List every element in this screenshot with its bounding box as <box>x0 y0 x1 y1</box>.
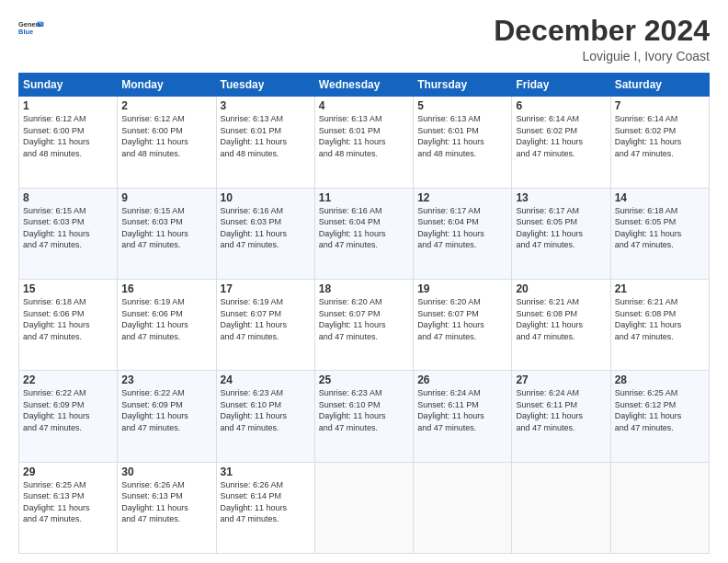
calendar-cell: 9Sunrise: 6:15 AMSunset: 6:03 PMDaylight… <box>118 188 216 279</box>
day-number: 18 <box>319 282 409 295</box>
calendar-cell: 14Sunrise: 6:18 AMSunset: 6:05 PMDayligh… <box>610 188 709 279</box>
day-number: 16 <box>121 282 211 295</box>
calendar-cell: 31Sunrise: 6:26 AMSunset: 6:14 PMDayligh… <box>216 462 314 553</box>
day-info: Sunrise: 6:21 AMSunset: 6:08 PMDaylight:… <box>516 296 606 342</box>
day-number: 12 <box>417 191 507 204</box>
day-info: Sunrise: 6:19 AMSunset: 6:06 PMDaylight:… <box>121 296 211 342</box>
calendar-cell: 15Sunrise: 6:18 AMSunset: 6:06 PMDayligh… <box>19 279 118 370</box>
calendar-cell: 6Sunrise: 6:14 AMSunset: 6:02 PMDaylight… <box>512 97 610 188</box>
calendar-cell: 8Sunrise: 6:15 AMSunset: 6:03 PMDaylight… <box>19 188 118 279</box>
calendar-cell: 28Sunrise: 6:25 AMSunset: 6:12 PMDayligh… <box>610 371 709 462</box>
calendar-week-row: 15Sunrise: 6:18 AMSunset: 6:06 PMDayligh… <box>19 279 710 370</box>
day-info: Sunrise: 6:22 AMSunset: 6:09 PMDaylight:… <box>23 387 113 433</box>
calendar-cell <box>610 462 709 553</box>
day-number: 14 <box>615 191 705 204</box>
logo: GeneralBlue <box>18 15 44 40</box>
day-number: 5 <box>417 99 507 112</box>
calendar-day-header: Tuesday <box>216 74 314 97</box>
day-info: Sunrise: 6:22 AMSunset: 6:09 PMDaylight:… <box>121 387 211 433</box>
day-info: Sunrise: 6:13 AMSunset: 6:01 PMDaylight:… <box>221 113 311 159</box>
logo-icon: GeneralBlue <box>18 15 44 40</box>
calendar-cell: 26Sunrise: 6:24 AMSunset: 6:11 PMDayligh… <box>414 371 512 462</box>
day-info: Sunrise: 6:16 AMSunset: 6:03 PMDaylight:… <box>221 205 311 251</box>
day-number: 2 <box>121 99 211 112</box>
calendar-cell: 24Sunrise: 6:23 AMSunset: 6:10 PMDayligh… <box>216 371 314 462</box>
day-number: 27 <box>516 373 606 386</box>
calendar-week-row: 29Sunrise: 6:25 AMSunset: 6:13 PMDayligh… <box>19 462 710 553</box>
calendar-cell: 18Sunrise: 6:20 AMSunset: 6:07 PMDayligh… <box>314 279 413 370</box>
calendar-cell: 4Sunrise: 6:13 AMSunset: 6:01 PMDaylight… <box>314 97 413 188</box>
day-number: 31 <box>221 465 311 478</box>
day-info: Sunrise: 6:25 AMSunset: 6:13 PMDaylight:… <box>23 479 113 525</box>
day-number: 21 <box>615 282 705 295</box>
day-number: 30 <box>121 465 211 478</box>
day-info: Sunrise: 6:15 AMSunset: 6:03 PMDaylight:… <box>121 205 211 251</box>
header: GeneralBlue December 2024 Loviguie I, Iv… <box>18 15 710 63</box>
calendar-day-header: Sunday <box>19 74 118 97</box>
day-number: 6 <box>516 99 606 112</box>
calendar-cell: 21Sunrise: 6:21 AMSunset: 6:08 PMDayligh… <box>610 279 709 370</box>
calendar-cell: 25Sunrise: 6:23 AMSunset: 6:10 PMDayligh… <box>314 371 413 462</box>
day-info: Sunrise: 6:24 AMSunset: 6:11 PMDaylight:… <box>516 387 606 433</box>
day-info: Sunrise: 6:20 AMSunset: 6:07 PMDaylight:… <box>319 296 409 342</box>
calendar-cell: 12Sunrise: 6:17 AMSunset: 6:04 PMDayligh… <box>414 188 512 279</box>
calendar-cell: 11Sunrise: 6:16 AMSunset: 6:04 PMDayligh… <box>314 188 413 279</box>
calendar-cell: 1Sunrise: 6:12 AMSunset: 6:00 PMDaylight… <box>19 97 118 188</box>
day-number: 11 <box>319 191 409 204</box>
calendar-day-header: Wednesday <box>314 74 413 97</box>
calendar-body: 1Sunrise: 6:12 AMSunset: 6:00 PMDaylight… <box>19 97 710 554</box>
day-number: 19 <box>417 282 507 295</box>
day-number: 22 <box>23 373 113 386</box>
day-number: 20 <box>516 282 606 295</box>
calendar-week-row: 1Sunrise: 6:12 AMSunset: 6:00 PMDaylight… <box>19 97 710 188</box>
day-info: Sunrise: 6:21 AMSunset: 6:08 PMDaylight:… <box>615 296 705 342</box>
day-info: Sunrise: 6:15 AMSunset: 6:03 PMDaylight:… <box>23 205 113 251</box>
day-info: Sunrise: 6:18 AMSunset: 6:06 PMDaylight:… <box>23 296 113 342</box>
day-number: 15 <box>23 282 113 295</box>
day-info: Sunrise: 6:13 AMSunset: 6:01 PMDaylight:… <box>319 113 409 159</box>
day-number: 3 <box>221 99 311 112</box>
calendar-cell: 13Sunrise: 6:17 AMSunset: 6:05 PMDayligh… <box>512 188 610 279</box>
calendar-cell: 19Sunrise: 6:20 AMSunset: 6:07 PMDayligh… <box>414 279 512 370</box>
day-number: 25 <box>319 373 409 386</box>
svg-text:Blue: Blue <box>18 28 33 36</box>
day-info: Sunrise: 6:23 AMSunset: 6:10 PMDaylight:… <box>319 387 409 433</box>
day-info: Sunrise: 6:16 AMSunset: 6:04 PMDaylight:… <box>319 205 409 251</box>
day-info: Sunrise: 6:20 AMSunset: 6:07 PMDaylight:… <box>417 296 507 342</box>
calendar-cell: 7Sunrise: 6:14 AMSunset: 6:02 PMDaylight… <box>610 97 709 188</box>
day-info: Sunrise: 6:23 AMSunset: 6:10 PMDaylight:… <box>221 387 311 433</box>
day-info: Sunrise: 6:17 AMSunset: 6:05 PMDaylight:… <box>516 205 606 251</box>
day-info: Sunrise: 6:24 AMSunset: 6:11 PMDaylight:… <box>417 387 507 433</box>
day-number: 29 <box>23 465 113 478</box>
calendar-table: SundayMondayTuesdayWednesdayThursdayFrid… <box>18 73 710 554</box>
calendar-cell: 3Sunrise: 6:13 AMSunset: 6:01 PMDaylight… <box>216 97 314 188</box>
calendar-cell: 2Sunrise: 6:12 AMSunset: 6:00 PMDaylight… <box>118 97 216 188</box>
title-block: December 2024 Loviguie I, Ivory Coast <box>494 15 710 63</box>
day-number: 4 <box>319 99 409 112</box>
day-number: 24 <box>221 373 311 386</box>
day-number: 26 <box>417 373 507 386</box>
day-info: Sunrise: 6:18 AMSunset: 6:05 PMDaylight:… <box>615 205 705 251</box>
day-number: 7 <box>615 99 705 112</box>
day-info: Sunrise: 6:26 AMSunset: 6:13 PMDaylight:… <box>121 479 211 525</box>
day-info: Sunrise: 6:13 AMSunset: 6:01 PMDaylight:… <box>417 113 507 159</box>
day-info: Sunrise: 6:26 AMSunset: 6:14 PMDaylight:… <box>221 479 311 525</box>
calendar-cell: 29Sunrise: 6:25 AMSunset: 6:13 PMDayligh… <box>19 462 118 553</box>
day-info: Sunrise: 6:12 AMSunset: 6:00 PMDaylight:… <box>121 113 211 159</box>
calendar-cell <box>314 462 413 553</box>
day-info: Sunrise: 6:19 AMSunset: 6:07 PMDaylight:… <box>221 296 311 342</box>
day-number: 8 <box>23 191 113 204</box>
day-info: Sunrise: 6:14 AMSunset: 6:02 PMDaylight:… <box>516 113 606 159</box>
day-number: 23 <box>121 373 211 386</box>
page: GeneralBlue December 2024 Loviguie I, Iv… <box>0 0 728 563</box>
calendar-week-row: 22Sunrise: 6:22 AMSunset: 6:09 PMDayligh… <box>19 371 710 462</box>
day-number: 1 <box>23 99 113 112</box>
day-info: Sunrise: 6:25 AMSunset: 6:12 PMDaylight:… <box>615 387 705 433</box>
day-number: 10 <box>221 191 311 204</box>
calendar-cell: 17Sunrise: 6:19 AMSunset: 6:07 PMDayligh… <box>216 279 314 370</box>
calendar-day-header: Friday <box>512 74 610 97</box>
calendar-cell: 27Sunrise: 6:24 AMSunset: 6:11 PMDayligh… <box>512 371 610 462</box>
calendar-day-header: Monday <box>118 74 216 97</box>
subtitle: Loviguie I, Ivory Coast <box>494 49 710 63</box>
calendar-cell: 22Sunrise: 6:22 AMSunset: 6:09 PMDayligh… <box>19 371 118 462</box>
